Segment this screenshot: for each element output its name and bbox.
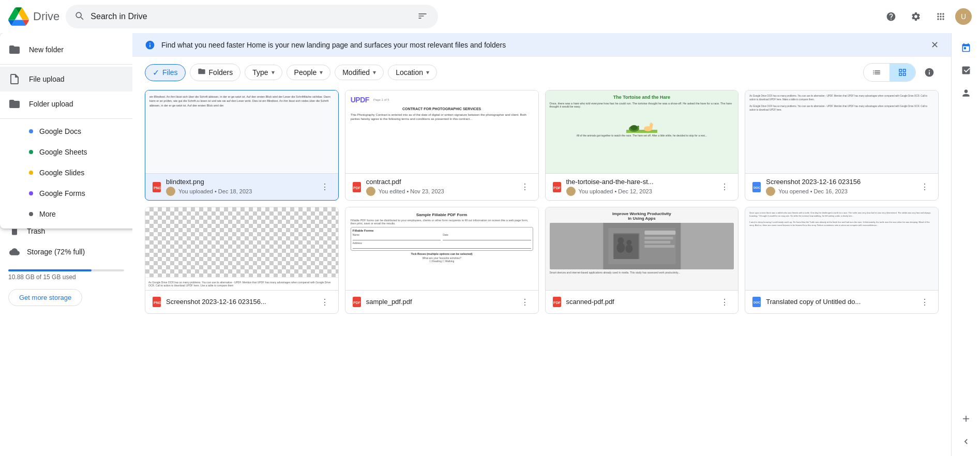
file-thumbnail-screenshot2: As Google Drive OCR has so many problems… [145,207,338,290]
type-filter-chip[interactable]: Type ▾ [245,65,282,80]
file-card-translated[interactable]: Once upon a time there was a rabbit who … [745,207,939,314]
get-more-storage-button[interactable]: Get more storage [8,289,82,306]
google-sheets-label: Google Sheets [39,148,132,156]
people-filter-label: People [294,68,317,77]
more-item[interactable]: More › [0,204,132,224]
file-card-tortoise[interactable]: The Tortoise and the Hare Once, there wa… [545,90,739,201]
translated-file-info: Translated copy of Untitled do... [766,298,913,307]
people-filter-chip[interactable]: People ▾ [287,65,331,80]
sidebar: New folder File upload Folder upload Goo… [0,33,132,456]
help-button[interactable] [881,6,901,27]
file-thumbnail-sample-pdf: Sample Fillable PDF Form Fillable PDF fo… [345,207,538,290]
file-upload-icon [8,73,21,85]
file-thumbnail-contract: UPDF Page 1 of 5 CONTRACT FOR PHOTOGRAPH… [345,90,538,173]
file-card-scanned-pdf[interactable]: Improve Working Productivityin Using App… [545,207,739,314]
location-filter-chip[interactable]: Location ▾ [388,65,437,80]
folder-upload-label: Folder upload [29,100,132,108]
info-button[interactable] [920,63,939,82]
search-input[interactable] [91,12,409,21]
logo-text: Drive [33,10,59,23]
modified-filter-chip[interactable]: Modified ▾ [335,65,384,80]
contract-file-info: contract.pdf You edited • Nov 23, 2023 [366,178,514,196]
new-folder-item[interactable]: New folder [0,37,132,62]
apps-button[interactable] [930,6,951,27]
svg-point-7 [637,126,639,128]
info-banner: Find what you need faster Home is your n… [132,33,951,57]
folders-icon [198,67,206,78]
tortoise-more-button[interactable]: ⋮ [717,180,732,194]
screenshot1-avatar [766,187,775,196]
screenshot2-file-info: Screenshot 2023-12-16 023156... [166,298,313,307]
view-toggle-group [863,63,916,82]
user-avatar[interactable]: U [955,8,972,25]
screenshot1-file-meta: You opened • Dec 16, 2023 [766,187,913,196]
blindtext-more-button[interactable]: ⋮ [318,180,332,194]
grid-view-button[interactable] [889,64,915,81]
file-footer-tortoise: PDF the-tortoise-and-the-hare-st... You … [546,173,738,200]
contract-avatar [366,187,375,196]
calendar-panel-button[interactable] [956,37,976,58]
search-bar [66,5,438,28]
expand-panel-button[interactable] [956,431,976,452]
storage-label: Storage (72% full) [27,248,116,256]
contract-more-button[interactable]: ⋮ [518,180,532,194]
blindtext-type-icon: PNG [152,182,162,192]
scanned-pdf-type-icon: PDF [552,297,562,307]
type-arrow-icon: ▾ [272,69,275,76]
scanned-pdf-more-button[interactable]: ⋮ [717,295,732,309]
tortoise-file-meta: You uploaded • Dec 12, 2023 [566,187,714,196]
google-slides-item[interactable]: Google Slides › [0,162,132,183]
banner-text: Find what you need faster Home is your n… [161,41,506,49]
dropdown-divider-2 [0,118,132,119]
search-filter-button[interactable] [415,9,430,25]
screenshot1-more-button[interactable]: ⋮ [917,180,932,194]
svg-point-10 [651,124,653,126]
file-card-screenshot2[interactable]: As Google Drive OCR has so many problems… [145,207,339,314]
screenshot2-file-name: Screenshot 2023-12-16 023156... [166,298,313,306]
google-sheets-item[interactable]: Google Sheets › [0,142,132,162]
folders-filter-chip[interactable]: Folders [190,64,241,81]
file-card-screenshot1[interactable]: As Google Drive OCR has so many problems… [745,90,939,201]
google-docs-item[interactable]: Google Docs › [0,121,132,142]
location-filter-label: Location [396,68,423,77]
file-card-contract[interactable]: UPDF Page 1 of 5 CONTRACT FOR PHOTOGRAPH… [345,90,539,201]
google-slides-dot [29,171,33,175]
screenshot2-more-button[interactable]: ⋮ [318,295,332,309]
files-check-icon: ✓ [153,68,159,78]
translated-type-icon: DOC [751,297,762,307]
files-filter-chip[interactable]: ✓ Files [145,64,186,81]
google-docs-dot [29,129,33,133]
file-thumbnail-tortoise: The Tortoise and the Hare Once, there wa… [546,90,738,173]
file-thumbnail-screenshot1: As Google Drive OCR has so many problems… [745,90,938,173]
svg-point-30 [625,245,632,253]
sample-pdf-file-name: sample_pdf.pdf [366,298,514,306]
file-footer-screenshot2: PNG Screenshot 2023-12-16 023156... ⋮ [145,290,338,313]
contract-file-meta: You edited • Nov 23, 2023 [366,187,514,196]
more-dot [29,212,33,216]
main-layout: New folder File upload Folder upload Goo… [0,33,980,456]
file-thumbnail-blindtext: ein Blindtext. An ihm lässt sich über di… [145,90,338,173]
file-upload-label: File upload [29,75,132,83]
translated-more-button[interactable]: ⋮ [917,295,932,309]
file-card-blindtext[interactable]: ein Blindtext. An ihm lässt sich über di… [145,90,339,201]
file-card-sample-pdf[interactable]: Sample Fillable PDF Form Fillable PDF fo… [345,207,539,314]
list-view-button[interactable] [864,64,889,81]
sidebar-item-storage[interactable]: Storage (72% full) [0,241,124,262]
settings-button[interactable] [906,6,926,27]
banner-close-button[interactable]: ✕ [931,39,939,51]
svg-text:DOC: DOC [753,186,761,189]
google-forms-item[interactable]: Google Forms › [0,183,132,204]
more-label: More [39,210,132,218]
folder-upload-item[interactable]: Folder upload [0,92,132,116]
contacts-panel-button[interactable] [956,83,976,103]
blindtext-avatar [166,187,175,196]
file-upload-item[interactable]: File upload [0,67,132,92]
add-panel-button[interactable] [956,408,976,429]
tortoise-thumb-content: The Tortoise and the Hare Once, there wa… [546,90,738,173]
sample-pdf-more-button[interactable]: ⋮ [518,295,532,309]
svg-point-28 [616,242,625,253]
new-item-dropdown: New folder File upload Folder upload Goo… [0,33,132,229]
drive-logo[interactable]: Drive [8,6,59,27]
tasks-panel-button[interactable] [956,60,976,81]
new-folder-label: New folder [29,45,132,54]
